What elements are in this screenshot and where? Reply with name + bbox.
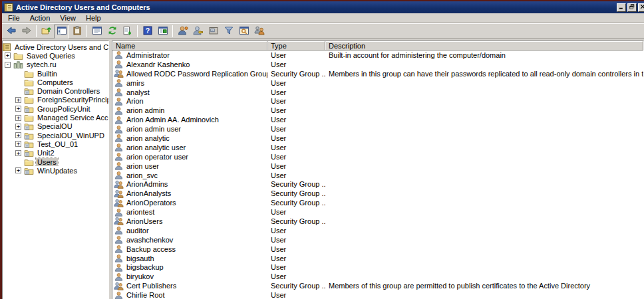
expand-icon[interactable]: + <box>15 132 21 138</box>
row-name-cell: Allowed RODC Password Replication Group <box>112 69 267 78</box>
list-row[interactable]: Backup accessUser <box>112 245 643 254</box>
list-row[interactable]: avashchenkovUser <box>112 235 643 245</box>
list-row[interactable]: arion admin userUser <box>112 124 643 134</box>
list-row[interactable]: AdministratorUserBuilt-in account for ad… <box>112 50 643 60</box>
object-type: User <box>267 208 325 216</box>
toolbar-help-window-button[interactable] <box>155 25 170 39</box>
list-row[interactable]: arion analyticUser <box>112 134 643 143</box>
toolbar-list-window-button[interactable] <box>89 25 104 39</box>
minimize-icon <box>618 3 625 11</box>
toolbar-export-list-button[interactable] <box>120 25 135 39</box>
toolbar-show-console-tree-button[interactable] <box>54 25 69 39</box>
list-row[interactable]: arion userUser <box>112 161 643 171</box>
toolbar-up-one-level-button[interactable] <box>39 25 54 39</box>
tree-item-sytech-ru[interactable]: -sytech.ru <box>3 60 108 69</box>
toolbar-forward-arrow-button[interactable] <box>19 25 34 39</box>
list-row[interactable]: amirsUser <box>112 78 643 88</box>
tree-item-label: SpecialOU <box>36 122 74 130</box>
toolbar-filter-button[interactable] <box>221 25 236 39</box>
toolbar-new-user-button[interactable] <box>175 25 190 39</box>
list-row[interactable]: analystUser <box>112 88 643 97</box>
tree-item-managed-service-accounts[interactable]: +Managed Service Accounts <box>3 113 108 122</box>
expand-icon[interactable]: + <box>15 115 21 121</box>
object-name: Allowed RODC Password Replication Group <box>126 70 267 78</box>
ou-folder-icon <box>24 86 34 95</box>
expand-icon[interactable]: + <box>15 150 21 156</box>
list-row[interactable]: ArionAdminsSecurity Group ... <box>112 179 643 189</box>
toolbar-members-button[interactable] <box>251 25 267 39</box>
list-row[interactable]: Alexandr KashenkoUser <box>112 60 643 69</box>
list-row[interactable]: ariontestUser <box>112 207 643 217</box>
toolbar-clipboard-button[interactable] <box>69 25 84 39</box>
expand-icon[interactable]: + <box>15 97 21 103</box>
list-row[interactable]: bigsauthUser <box>112 254 643 263</box>
column-header-type[interactable]: Type <box>267 41 325 50</box>
expand-icon[interactable]: + <box>15 106 21 112</box>
tree-item-label: Test_OU_01 <box>36 140 79 148</box>
user-icon <box>114 97 124 106</box>
toolbar-back-arrow-button[interactable] <box>3 25 19 39</box>
object-description: Members in this group can have their pas… <box>325 70 643 78</box>
row-name-cell: ArionUsers <box>112 217 267 225</box>
object-type: User <box>267 245 325 253</box>
row-name-cell: ArionAnalysts <box>112 189 267 198</box>
object-name: Arion <box>126 97 144 105</box>
list-row[interactable]: ArionOperatorsSecurity Group ... <box>112 198 643 207</box>
list-row[interactable]: arion operator userUser <box>112 152 643 161</box>
ou-folder-icon <box>24 122 34 131</box>
object-type: User <box>267 236 325 244</box>
list-row[interactable]: Chirlie RootUser <box>112 290 643 299</box>
tree-item-specialou[interactable]: +SpecialOU <box>3 122 108 131</box>
tree-item-builtin[interactable]: Builtin <box>3 69 108 78</box>
list-row[interactable]: Allowed RODC Password Replication GroupS… <box>112 69 643 78</box>
tree-item-winupdates[interactable]: +WinUpdates <box>3 166 108 175</box>
tree-item-computers[interactable]: Computers <box>3 78 108 86</box>
user-icon <box>114 208 124 217</box>
menu-help[interactable]: Help <box>82 14 107 23</box>
tree-item-domain-controllers[interactable]: Domain Controllers <box>3 86 108 95</box>
list-row[interactable]: Arion Admin AA. AdminovichUser <box>112 115 643 124</box>
list-row[interactable]: arion_svcUser <box>112 171 643 180</box>
tree-item-specialou-winupd[interactable]: +SpecialOU_WinUPD <box>3 131 108 140</box>
tree-item-saved-queries[interactable]: +Saved Queries <box>3 51 108 60</box>
menu-view[interactable]: View <box>56 14 82 23</box>
list-row[interactable]: arion analytic userUser <box>112 143 643 152</box>
tree-item-active-directory-users-and-comput[interactable]: Active Directory Users and Comput <box>3 43 108 51</box>
folder-icon <box>13 51 23 60</box>
menu-file[interactable]: File <box>4 14 26 23</box>
list-row[interactable]: ArionUser <box>112 96 643 106</box>
expand-icon[interactable]: + <box>15 141 21 147</box>
user-icon <box>114 161 124 170</box>
menu-action[interactable]: Action <box>26 14 57 23</box>
list-row[interactable]: biryukovUser <box>112 272 643 281</box>
toolbar-find-button[interactable] <box>236 25 251 39</box>
toolbar-help-button[interactable]: ? <box>140 25 155 39</box>
list-row[interactable]: bigsbackupUser <box>112 262 643 272</box>
row-name-cell: Arion <box>112 97 267 106</box>
toolbar-refresh-button[interactable] <box>104 25 120 39</box>
toolbar-new-group-button[interactable] <box>190 25 206 39</box>
column-header-name[interactable]: Name <box>112 41 267 50</box>
tree-item-foreignsecurityprincipals[interactable]: +ForeignSecurityPrincipals <box>3 96 108 104</box>
minimize-button[interactable] <box>617 3 626 12</box>
tree-item-test-ou-01[interactable]: +Test_OU_01 <box>3 140 108 148</box>
column-header-description[interactable]: Description <box>325 41 643 50</box>
tree-item-users[interactable]: Users <box>3 157 108 166</box>
tree-item-unit2[interactable]: +Unit2 <box>3 149 108 157</box>
list-row[interactable]: Cert PublishersSecurity Group ...Members… <box>112 281 643 290</box>
user-icon <box>114 50 124 59</box>
restore-button[interactable] <box>627 3 637 12</box>
tree-item-grouppolicyunit[interactable]: +GroupPolicyUnit <box>3 104 108 113</box>
list-row[interactable]: arion adminUser <box>112 106 643 115</box>
collapse-icon[interactable]: - <box>5 62 11 68</box>
expand-icon[interactable]: + <box>15 124 21 130</box>
toolbar-new-ou-button[interactable] <box>206 25 221 39</box>
close-button[interactable] <box>638 3 644 12</box>
expand-icon[interactable]: + <box>15 167 21 173</box>
list-row[interactable]: ArionAnalystsSecurity Group ... <box>112 189 643 198</box>
toolbar-separator <box>86 25 87 37</box>
list-row[interactable]: auditorUser <box>112 226 643 235</box>
expand-icon[interactable]: + <box>5 52 11 58</box>
list-row[interactable]: ArionUsersSecurity Group ... <box>112 217 643 226</box>
object-name: arion analytic <box>126 134 170 142</box>
